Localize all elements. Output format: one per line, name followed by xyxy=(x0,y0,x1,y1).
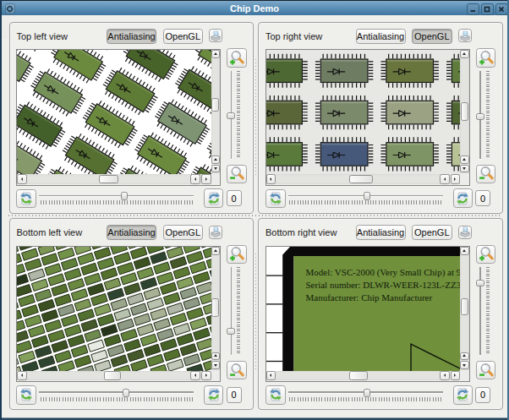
svg-text:Manufacturer: Chip Manufacture: Manufacturer: Chip Manufacturer xyxy=(305,292,432,302)
svg-text:Serial number: DLWR-WEER-123L-: Serial number: DLWR-WEER-123L-ZZ33 xyxy=(305,279,460,289)
svg-text:Model: VSC-2000 (Very Small Ch: Model: VSC-2000 (Very Small Chip) at 9 xyxy=(305,266,460,277)
